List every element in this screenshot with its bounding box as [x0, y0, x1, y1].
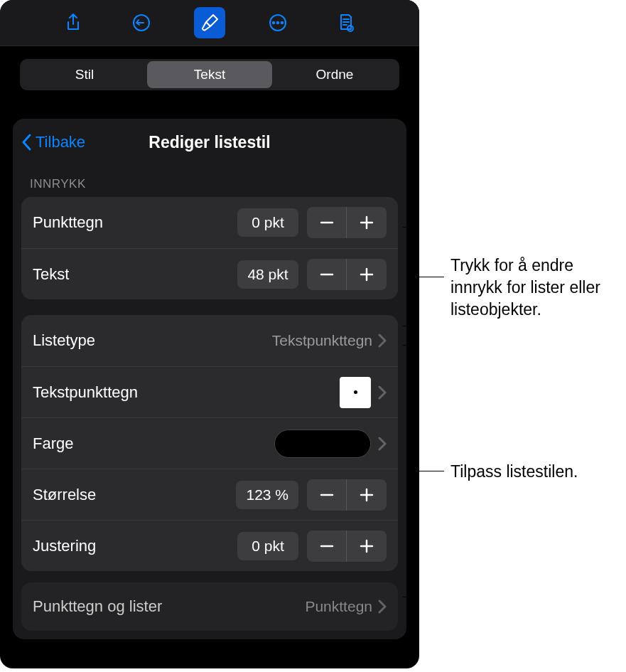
indent-text-increment[interactable] [347, 259, 387, 290]
size-decrement[interactable] [307, 479, 347, 511]
plus-icon [359, 538, 374, 554]
chevron-right-icon [378, 334, 387, 348]
bullets-lists-label: Punkttegn og lister [33, 597, 305, 616]
tabs-segmented: Stil Tekst Ordne [20, 59, 399, 90]
color-row[interactable]: Farge [21, 417, 398, 469]
listtype-row[interactable]: Listetype Tekstpunkttegn [21, 315, 398, 366]
indent-text-decrement[interactable] [307, 259, 347, 290]
align-increment[interactable] [347, 530, 387, 562]
bracket-indent [403, 227, 413, 326]
chevron-right-icon [378, 599, 387, 614]
color-swatch [274, 430, 371, 458]
indent-bullet-increment[interactable] [347, 207, 387, 238]
tab-arrange[interactable]: Ordne [272, 61, 397, 88]
indent-text-stepper [307, 259, 387, 290]
back-label: Tilbake [36, 133, 85, 151]
textbullet-row[interactable]: Tekstpunkttegn [21, 366, 398, 417]
callout-line-indent [413, 277, 444, 277]
format-panel: Tilbake Rediger listestil INNRYKK Punktt… [13, 119, 406, 639]
bracket-customize [403, 345, 413, 597]
align-stepper [307, 530, 387, 562]
callout-line-customize [413, 471, 444, 471]
undo-icon [131, 12, 152, 33]
size-stepper [307, 479, 387, 511]
device-frame: Stil Tekst Ordne Tilbake Rediger listest… [0, 0, 419, 668]
chevron-right-icon [378, 437, 387, 451]
tab-text[interactable]: Tekst [147, 61, 272, 88]
callout-indent: Trykk for å endre innrykk for lister ell… [450, 255, 621, 321]
size-value[interactable]: 123 % [236, 481, 298, 509]
format-brush-icon [199, 12, 220, 33]
chevron-left-icon [20, 132, 34, 152]
color-label: Farge [33, 434, 274, 453]
tabs-container: Stil Tekst Ordne [0, 46, 419, 90]
indent-bullet-stepper [307, 207, 387, 238]
svg-point-4 [281, 22, 283, 23]
plus-icon [359, 487, 374, 503]
indent-bullet-decrement[interactable] [307, 207, 347, 238]
indent-bullet-value[interactable]: 0 pkt [237, 208, 298, 237]
bullet-preview [340, 377, 371, 408]
indent-text-row: Tekst 48 pkt [21, 248, 398, 299]
align-decrement[interactable] [307, 530, 347, 562]
document-button[interactable] [330, 7, 362, 38]
indent-bullet-row: Punkttegn 0 pkt [21, 197, 398, 248]
size-increment[interactable] [347, 479, 387, 511]
format-button[interactable] [194, 7, 225, 38]
svg-point-2 [273, 22, 274, 23]
svg-point-3 [277, 22, 279, 23]
back-button[interactable]: Tilbake [13, 132, 85, 152]
minus-icon [319, 487, 335, 503]
plus-icon [359, 267, 374, 282]
share-button[interactable] [58, 7, 89, 38]
textbullet-label: Tekstpunkttegn [33, 383, 340, 402]
tab-style[interactable]: Stil [22, 61, 147, 88]
top-toolbar [0, 0, 419, 46]
bullets-lists-row[interactable]: Punkttegn og lister Punkttegn [21, 582, 398, 631]
panel-header: Tilbake Rediger listestil [13, 122, 406, 163]
share-icon [63, 12, 84, 33]
indent-group: Punkttegn 0 pkt Tekst 48 pkt [21, 197, 398, 299]
more-button[interactable] [262, 7, 293, 38]
doc-icon [335, 12, 357, 33]
size-label: Størrelse [33, 486, 236, 504]
style-group: Listetype Tekstpunkttegn Tekstpunkttegn … [21, 315, 398, 571]
callout-customize: Tilpass listestilen. [450, 461, 621, 483]
minus-icon [319, 215, 335, 230]
align-value[interactable]: 0 pkt [237, 532, 298, 560]
indent-bullet-label: Punkttegn [33, 213, 237, 232]
indent-text-label: Tekst [33, 265, 237, 284]
listtype-value: Tekstpunkttegn [272, 332, 372, 349]
size-row: Størrelse 123 % [21, 469, 398, 520]
indent-text-value[interactable]: 48 pkt [237, 260, 298, 289]
align-row: Justering 0 pkt [21, 520, 398, 571]
listtype-label: Listetype [33, 331, 272, 350]
minus-icon [319, 538, 335, 554]
more-icon [267, 12, 288, 33]
plus-icon [359, 215, 374, 230]
align-label: Justering [33, 537, 237, 555]
minus-icon [319, 267, 335, 282]
indent-section-label: INNRYKK [13, 163, 406, 197]
undo-button[interactable] [126, 7, 157, 38]
chevron-right-icon [378, 385, 387, 400]
bullets-lists-value: Punkttegn [305, 598, 372, 615]
